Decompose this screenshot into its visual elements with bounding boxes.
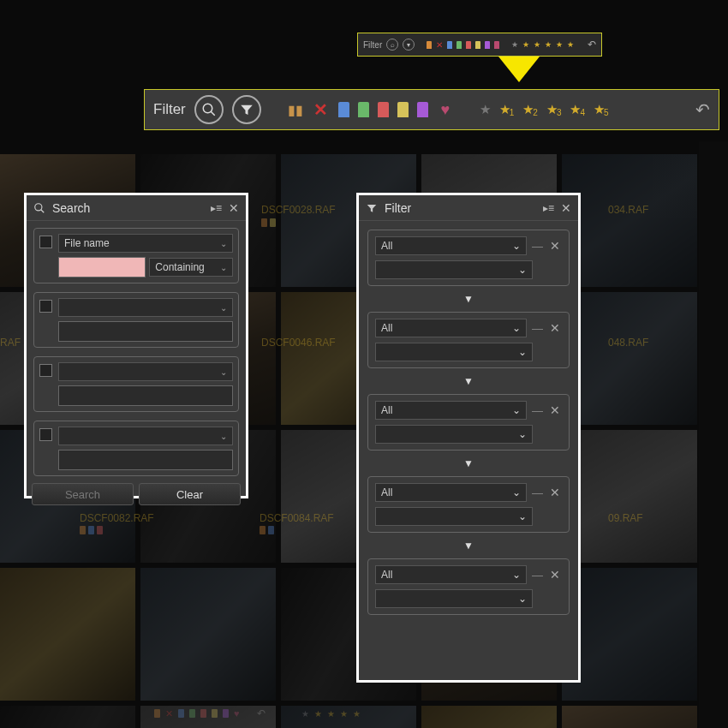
filter-icon [366, 202, 378, 214]
filter-select[interactable]: ⌄ [375, 260, 533, 279]
search-icon [33, 202, 45, 214]
criteria-field-select[interactable]: ⌄ [58, 427, 233, 445]
chevron-down-icon: ▼ [463, 457, 474, 469]
filter-value-label: All [381, 569, 392, 581]
search-button[interactable] [194, 95, 224, 124]
chevron-down-icon: ▼ [463, 540, 474, 552]
filter-select[interactable]: All⌄ [375, 565, 527, 584]
panel-menu-icon[interactable]: ▸≡ [543, 202, 554, 214]
search-icon[interactable]: ⌕ [386, 39, 398, 51]
clear-button[interactable]: Clear [139, 483, 241, 505]
criteria-field-label: File name [64, 237, 110, 249]
filename-label: DSCF0046.RAF [261, 337, 336, 349]
svg-line-3 [41, 209, 45, 212]
rating-5[interactable]: ★5 [594, 102, 609, 117]
filename-label: 048.RAF [608, 337, 648, 349]
criteria-block: ⌄ [33, 292, 239, 348]
chevron-down-icon: ⌄ [220, 263, 227, 272]
filter-value-label: All [381, 322, 392, 334]
filter-group: All⌄—✕⌄ [367, 230, 570, 286]
filter-select[interactable]: All⌄ [375, 236, 527, 255]
filter-select[interactable]: ⌄ [375, 425, 533, 444]
close-icon[interactable]: ✕ [561, 201, 571, 215]
clear-icon[interactable]: ✕ [313, 101, 330, 118]
remove-row-icon[interactable]: ✕ [548, 486, 562, 499]
svg-point-2 [35, 203, 42, 210]
criteria-field-select[interactable]: ⌄ [58, 362, 233, 381]
filter-select[interactable]: ⌄ [375, 589, 533, 608]
rating-2[interactable]: ★2 [522, 102, 538, 117]
filter-button[interactable] [232, 95, 261, 124]
rating-1[interactable]: ★1 [499, 102, 515, 117]
criteria-checkbox[interactable] [39, 300, 52, 313]
search-text-input[interactable] [58, 257, 146, 277]
filename-label: RAF [0, 337, 21, 349]
filename-label: 034.RAF [608, 204, 648, 216]
close-icon[interactable]: ✕ [229, 201, 239, 215]
chevron-down-icon: ⌄ [512, 322, 521, 334]
filter-label-small: Filter [363, 40, 382, 50]
filename-label: DSCF0028.RAF [261, 204, 336, 216]
chevron-down-icon: ▼ [463, 375, 474, 387]
criteria-op-label: Containing [155, 261, 204, 273]
chevron-down-icon: ⌄ [512, 569, 521, 581]
remove-row-icon[interactable]: ✕ [548, 239, 562, 253]
criteria-checkbox[interactable] [39, 364, 52, 377]
criteria-checkbox[interactable] [39, 428, 52, 441]
remove-row-icon[interactable]: ✕ [548, 321, 562, 335]
filter-value-label: All [381, 404, 392, 416]
filter-value-label: All [381, 486, 392, 498]
undo-icon[interactable]: ↶ [695, 99, 710, 120]
panel-menu-icon[interactable]: ▸≡ [211, 202, 222, 214]
color-tag-yellow[interactable] [397, 102, 409, 117]
criteria-block: File name ⌄ Containing ⌄ [33, 228, 239, 283]
filename-label: DSCF0082.RAF [80, 512, 154, 524]
filename-label: DSCF0084.RAF [260, 512, 334, 524]
remove-row-icon[interactable]: ✕ [548, 403, 562, 417]
search-panel: Search ▸≡ ✕ File name ⌄ Containing ⌄ [24, 193, 248, 498]
filter-label: Filter [153, 101, 186, 118]
filter-toolbar: Filter ▮▮ ✕ ♥ ★ ★1 ★2 ★3 ★4 ★5 ↶ [144, 89, 719, 130]
criteria-op-select[interactable]: Containing ⌄ [149, 258, 233, 277]
stack-icon[interactable]: ▮▮ [287, 101, 304, 118]
search-button[interactable]: Search [32, 483, 134, 505]
filter-panel: Filter ▸≡ ✕ All⌄—✕⌄▼All⌄—✕⌄▼All⌄—✕⌄▼All⌄… [356, 193, 581, 683]
search-text-input[interactable] [58, 321, 233, 342]
chevron-down-icon: ⌄ [512, 240, 521, 252]
bottom-tag-strip: ✕ ♥ ↶ ★ ★ ★ ★ ★ [154, 707, 361, 719]
panel-title: Search [52, 201, 204, 215]
filter-group: All⌄—✕⌄ [367, 558, 570, 615]
filter-group: All⌄—✕⌄ [367, 394, 570, 451]
filename-label: 09.RAF [608, 512, 643, 524]
criteria-field-select[interactable]: File name ⌄ [58, 234, 233, 253]
filter-select[interactable]: All⌄ [375, 401, 527, 420]
color-tag-green[interactable] [358, 102, 369, 117]
filter-select[interactable]: All⌄ [375, 319, 527, 337]
filter-group: All⌄—✕⌄ [367, 476, 570, 533]
filter-group: All⌄—✕⌄ [367, 312, 570, 368]
filter-toolbar-small: Filter ⌕ ▾ ✕ ★ ★ ★ ★ ★ ★ ↶ [357, 33, 602, 57]
callout-arrow-icon [498, 57, 540, 82]
filter-select[interactable]: All⌄ [375, 483, 527, 502]
filter-select[interactable]: ⌄ [375, 507, 533, 526]
rating-4[interactable]: ★4 [570, 102, 585, 117]
criteria-block: ⌄ [33, 421, 239, 476]
search-text-input[interactable] [58, 450, 233, 470]
color-tag-blue[interactable] [338, 102, 349, 117]
filter-value-label: All [381, 240, 392, 252]
rating-0[interactable]: ★ [480, 102, 491, 117]
filter-select[interactable]: ⌄ [375, 343, 533, 361]
criteria-block: ⌄ [33, 356, 239, 412]
svg-point-0 [203, 104, 212, 113]
search-text-input[interactable] [58, 385, 233, 406]
rating-3[interactable]: ★3 [546, 102, 562, 117]
color-tag-red[interactable] [378, 102, 389, 117]
chevron-down-icon: ⌄ [512, 486, 521, 498]
heart-icon[interactable]: ♥ [437, 101, 454, 118]
remove-row-icon[interactable]: ✕ [548, 568, 562, 582]
criteria-checkbox[interactable] [39, 236, 52, 248]
criteria-field-select[interactable]: ⌄ [58, 298, 233, 317]
filter-icon[interactable]: ▾ [403, 39, 415, 51]
svg-line-1 [211, 111, 215, 116]
color-tag-purple[interactable] [417, 102, 428, 117]
